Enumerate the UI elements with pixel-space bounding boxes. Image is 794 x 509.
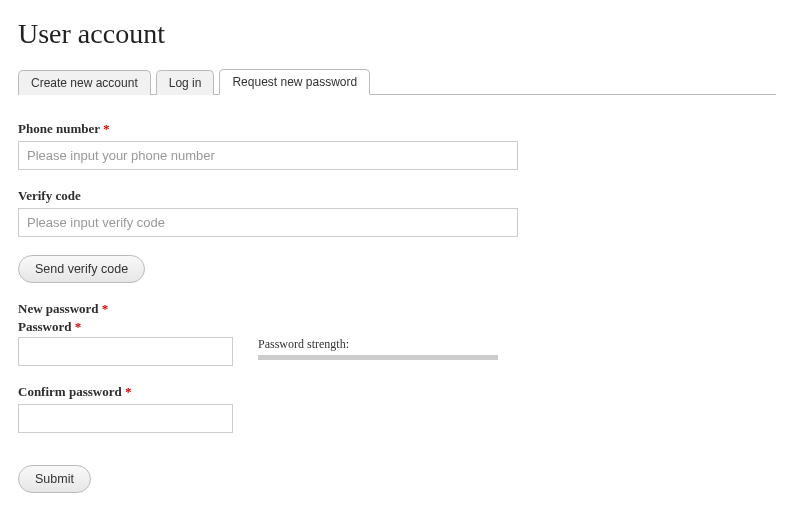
required-marker: *	[125, 384, 132, 399]
tab-log-in[interactable]: Log in	[156, 70, 215, 95]
password-sub-label: Password *	[18, 319, 776, 335]
new-password-text: New password	[18, 301, 99, 316]
confirm-row: Confirm password *	[18, 384, 776, 433]
verify-row: Verify code	[18, 188, 776, 237]
password-input[interactable]	[18, 337, 233, 366]
verify-label: Verify code	[18, 188, 776, 204]
phone-input[interactable]	[18, 141, 518, 170]
confirm-password-input[interactable]	[18, 404, 233, 433]
password-strength-wrap: Password strength:	[258, 337, 498, 360]
new-password-section: New password * Password * Password stren…	[18, 301, 776, 366]
send-code-row: Send verify code	[18, 255, 776, 283]
submit-row: Submit	[18, 465, 776, 493]
phone-row: Phone number *	[18, 121, 776, 170]
password-strength-bar	[258, 355, 498, 360]
tab-create-account[interactable]: Create new account	[18, 70, 151, 95]
password-input-row: Password strength:	[18, 337, 776, 366]
password-sub-text: Password	[18, 319, 71, 334]
tabs-bar: Create new account Log in Request new pa…	[18, 68, 776, 95]
phone-label: Phone number *	[18, 121, 776, 137]
submit-button[interactable]: Submit	[18, 465, 91, 493]
page-title: User account	[18, 18, 776, 50]
confirm-label: Confirm password *	[18, 384, 776, 400]
confirm-label-text: Confirm password	[18, 384, 122, 399]
required-marker: *	[75, 319, 82, 334]
required-marker: *	[103, 121, 110, 136]
phone-label-text: Phone number	[18, 121, 100, 136]
password-strength-label: Password strength:	[258, 337, 498, 352]
send-verify-code-button[interactable]: Send verify code	[18, 255, 145, 283]
verify-input[interactable]	[18, 208, 518, 237]
new-password-label: New password *	[18, 301, 776, 317]
tab-request-password[interactable]: Request new password	[219, 69, 370, 95]
required-marker: *	[102, 301, 109, 316]
